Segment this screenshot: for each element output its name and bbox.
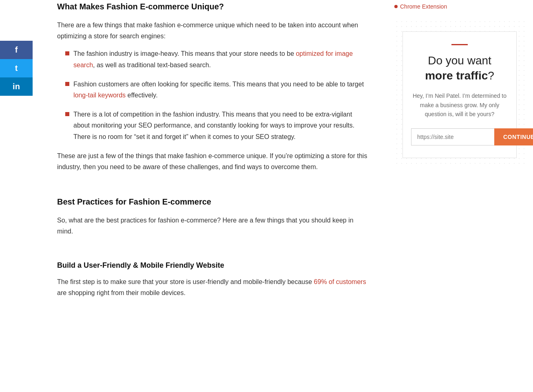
bullet-text-1-after: , as well as traditional text-based sear… <box>93 62 211 68</box>
social-sidebar: f t in <box>0 41 33 96</box>
widget-form: CONTINUE <box>411 128 508 145</box>
bullet-text-3: There is a lot of competition in the fas… <box>73 111 354 140</box>
bullet-list: The fashion industry is image-heavy. Thi… <box>65 48 370 142</box>
traffic-widget-container: Do you want more traffic? Hey, I’m Neil … <box>394 19 525 166</box>
bullet-text-2-after: effectively. <box>126 92 158 99</box>
section2-heading: Best Practices for Fashion E-commerce <box>57 195 370 208</box>
continue-button[interactable]: CONTINUE <box>494 128 533 145</box>
widget-title: Do you want more traffic? <box>411 53 508 83</box>
section1-intro: There are a few things that make fashion… <box>57 20 370 42</box>
long-tail-keywords-link[interactable]: long-tail keywords <box>73 92 126 99</box>
widget-description: Hey, I’m Neil Patel. I’m determined to m… <box>411 91 508 119</box>
facebook-icon: f <box>15 45 18 55</box>
chrome-extension-label: Chrome Extension <box>400 2 447 11</box>
website-url-input[interactable] <box>411 128 494 145</box>
bullet-text-1-before: The fashion industry is image-heavy. Thi… <box>73 50 296 57</box>
section3-heading: Build a User-Friendly & Mobile Friendly … <box>57 260 370 271</box>
section3-intro: The first step is to make sure that your… <box>57 276 370 298</box>
section3-intro-before: The first step is to make sure that your… <box>57 278 314 285</box>
list-item: The fashion industry is image-heavy. Thi… <box>65 48 370 70</box>
widget-title-light: Do you want <box>428 54 491 67</box>
twitter-share-button[interactable]: t <box>0 59 33 77</box>
widget-accent-line <box>451 44 468 45</box>
twitter-icon: t <box>15 64 18 73</box>
linkedin-icon: in <box>13 82 20 91</box>
chrome-dot-icon <box>394 5 398 8</box>
section3-intro-after: are shopping right from their mobile dev… <box>57 289 186 296</box>
facebook-share-button[interactable]: f <box>0 41 33 59</box>
chrome-extension-link[interactable]: Chrome Extension <box>394 0 525 11</box>
list-item: Fashion customers are often looking for … <box>65 79 370 101</box>
article-content: What Makes Fashion E-commerce Unique? Th… <box>41 0 386 392</box>
right-sidebar: Chrome Extension Do you want more traffi… <box>386 0 533 392</box>
section1-conclusion: These are just a few of the things that … <box>57 150 370 172</box>
section1-heading: What Makes Fashion E-commerce Unique? <box>57 0 370 13</box>
section2-intro: So, what are the best practices for fash… <box>57 215 370 237</box>
bullet-text-2-before: Fashion customers are often looking for … <box>73 81 364 88</box>
linkedin-share-button[interactable]: in <box>0 77 33 96</box>
widget-title-bold: more traffic <box>425 69 488 82</box>
traffic-widget: Do you want more traffic? Hey, I’m Neil … <box>403 31 517 158</box>
list-item: There is a lot of competition in the fas… <box>65 109 370 142</box>
customers-stat-link[interactable]: 69% of customers <box>314 278 366 285</box>
widget-title-punctuation: ? <box>488 69 494 82</box>
